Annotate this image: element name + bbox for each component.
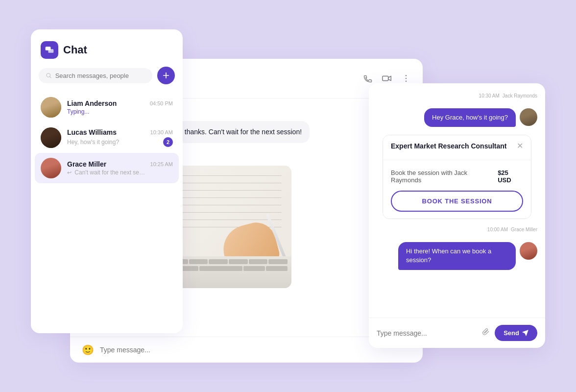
contact-msg-liam: Typing... [67,108,89,115]
scene: Chat [31,29,545,363]
avatar-liam [41,97,61,118]
chat-logo [41,41,58,59]
emoji-button[interactable]: 🙂 [82,344,94,356]
right-chat-panel: 10:30 AM Jack Raymonds Hey Grace, how's … [369,83,545,348]
close-booking-card-button[interactable]: ✕ [517,142,523,150]
search-row [31,67,183,92]
paperclip-icon [481,327,490,336]
booking-card: Expert Market Research Consultant ✕ Book… [383,135,531,219]
more-icon [401,74,411,83]
contact-name-grace: Grace Miller [67,160,106,168]
svg-rect-6 [383,76,388,80]
right-bubble-2: Hi there! When can we book a session? [398,242,516,270]
contact-info-lucas: Lucas Williams 10:30 AM Hey, how's it go… [67,128,173,147]
booking-card-title: Expert Market Research Consultant [391,142,507,150]
booking-card-header: Expert Market Research Consultant ✕ [383,135,531,156]
right-message-row-2: Hi there! When can we book a session? [377,242,537,270]
add-new-chat-button[interactable] [157,67,175,84]
header-actions [363,73,411,84]
attach-file-button[interactable] [481,327,490,339]
phone-call-button[interactable] [363,74,373,83]
contact-info-grace: Grace Miller 10:25 AM ↩ Can't wait for t… [67,160,173,176]
plus-icon [162,72,170,79]
svg-rect-1 [48,49,54,53]
more-options-button[interactable] [401,74,411,83]
contact-name-liam: Liam Anderson [67,99,117,107]
reply-icon: ↩ [67,170,72,175]
app-title: Chat [63,44,87,56]
chat-list-header: Chat [31,29,183,67]
booking-price: $25 USD [498,169,523,184]
chat-bubble-icon [45,45,54,55]
booking-info-row: Book the session with Jack Raymonds $25 … [391,169,523,184]
contact-info-liam: Liam Anderson 04:50 PM Typing... [67,99,173,115]
book-session-button[interactable]: BOOK THE SESSION [391,191,523,212]
contact-msg-grace: ↩ Can't wait for the next session! [67,169,145,176]
booking-card-body: Book the session with Jack Raymonds $25 … [383,164,531,219]
contact-time-liam: 04:50 PM [150,100,173,106]
chat-message-input[interactable] [100,346,411,354]
video-call-button[interactable] [382,73,392,84]
svg-point-7 [406,75,407,76]
video-icon [382,73,392,84]
right-message-input[interactable] [377,329,476,337]
contact-list: Liam Anderson 04:50 PM Typing... Lucas W… [31,92,183,183]
send-arrow-icon [522,330,528,336]
svg-point-8 [406,78,407,79]
svg-point-9 [406,81,407,82]
avatar-grace-right [520,242,537,260]
right-msg-recv-meta: 10:00 AM Grace Miller [377,227,537,232]
phone-icon [363,74,373,83]
unread-badge-lucas: 2 [163,137,173,147]
right-message-row-1: Hey Grace, how's it going? [377,108,537,127]
search-box[interactable] [39,68,152,83]
contact-msg-lucas: Hey, how's it going? [67,139,119,146]
booking-description: Book the session with Jack Raymonds [391,169,498,184]
contact-name-lucas: Lucas Williams [67,128,117,136]
right-sender-1: Jack Raymonds [503,93,537,98]
right-msg-sent-meta: 10:30 AM Jack Raymonds [377,93,537,98]
right-chat-messages: 10:30 AM Jack Raymonds Hey Grace, how's … [369,83,545,275]
right-sender-2: Grace Miller [511,227,537,232]
right-input-bar: Send [369,318,545,348]
avatar-lucas [41,127,61,148]
avatar-grace [41,158,61,178]
divider [383,160,531,160]
contact-item-grace[interactable]: Grace Miller 10:25 AM ↩ Can't wait for t… [35,153,179,183]
search-icon [46,72,52,79]
contact-item-lucas[interactable]: Lucas Williams 10:30 AM Hey, how's it go… [35,122,179,153]
chat-list-panel: Chat [31,29,183,333]
svg-line-3 [50,76,51,77]
contact-item-liam[interactable]: Liam Anderson 04:50 PM Typing... [35,92,179,122]
contact-time-grace: 10:25 AM [150,161,173,167]
contact-time-lucas: 10:30 AM [150,129,173,135]
right-bubble-1: Hey Grace, how's it going? [424,108,516,127]
send-message-button[interactable]: Send [495,325,537,341]
right-chat-body: 10:30 AM Jack Raymonds Hey Grace, how's … [369,83,545,317]
avatar-jack-right [520,108,537,126]
search-input[interactable] [55,72,145,79]
right-ts-2: 10:00 AM [487,227,508,232]
right-ts-1: 10:30 AM [479,93,500,98]
